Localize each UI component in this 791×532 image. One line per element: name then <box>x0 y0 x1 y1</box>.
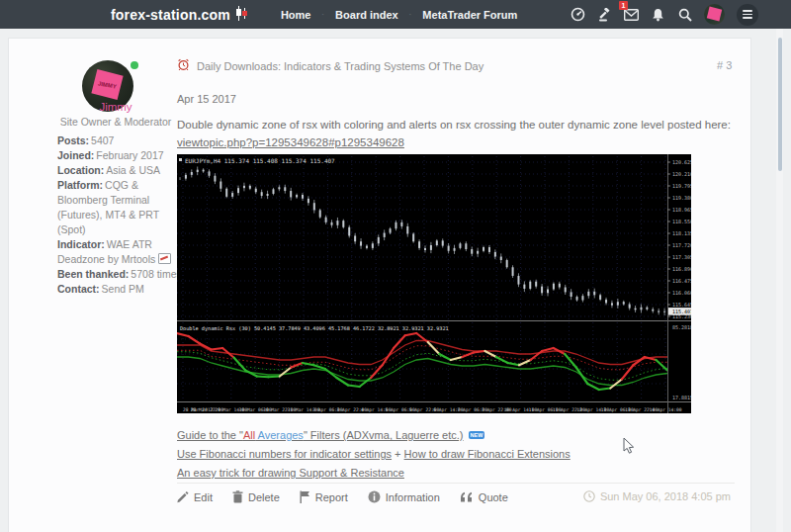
menu-icon[interactable] <box>737 4 758 26</box>
link-row-1: Guide to the "All Averages" Filters (ADX… <box>177 426 571 445</box>
post-number[interactable]: # 3 <box>717 59 732 71</box>
field-location: Location:Asia & USA <box>57 163 182 178</box>
post-date: Apr 15 2017 <box>177 93 236 105</box>
info-icon <box>368 490 381 503</box>
field-platform: Platform:CQG & Bloomberg Terminal (Futur… <box>57 178 182 237</box>
svg-text:116.060: 116.060 <box>672 290 691 296</box>
post-title-link[interactable]: Daily Downloads: Indicators & Trading Sy… <box>197 60 483 72</box>
user-avatar[interactable] <box>704 4 725 25</box>
post-card: JIMMY Jimmy Site Owner & Moderator Posts… <box>8 38 751 532</box>
field-thanked: Been thanked:5708 times <box>57 267 182 282</box>
svg-text:117.305: 117.305 <box>672 254 691 260</box>
field-contact: Contact:Send PM <box>57 282 182 297</box>
svg-text:14 Apr 14:00: 14 Apr 14:00 <box>649 407 681 412</box>
nav-item-home[interactable]: Home <box>270 9 322 21</box>
flag-icon <box>300 490 310 503</box>
username-link[interactable]: Jimmy <box>48 101 183 113</box>
online-status-dot <box>131 61 138 69</box>
link-row-2: Use Fibonacci numbers for indicator sett… <box>177 445 571 464</box>
svg-text:118.965: 118.965 <box>672 207 691 213</box>
send-pm-link[interactable]: Send PM <box>102 283 144 295</box>
post-body-text: Double dynamic zone of rsx with coloring… <box>177 119 731 131</box>
clock-icon <box>583 490 595 502</box>
site-logo-text: forex-station.com <box>111 7 230 23</box>
svg-text:Double dynamic Rsx (30) 50.414: Double dynamic Rsx (30) 50.4145 37.7849 … <box>180 325 449 332</box>
quote-icon <box>460 491 474 502</box>
post-header: Daily Downloads: Indicators & Trading Sy… <box>177 58 483 73</box>
svg-text:115.645: 115.645 <box>672 302 691 308</box>
chart-attachment[interactable]: EURJPYm,H4 115.374 115.408 115.374 115.4… <box>177 154 691 413</box>
avatar-note-text: JIMMY <box>98 80 118 89</box>
user-profile-fields: Posts:5407 Joined:February 2017 Location… <box>57 133 182 297</box>
nav-item-board-index[interactable]: Board index <box>324 9 409 21</box>
candlestick-logo-icon <box>235 6 248 24</box>
link-separator: + <box>392 448 404 460</box>
trash-icon <box>232 490 243 503</box>
svg-text:120.625: 120.625 <box>672 159 691 165</box>
field-joined: Joined:February 2017 <box>57 148 182 163</box>
link-fibonacci-extensions[interactable]: How to draw Fibonacci Extensions <box>404 448 571 460</box>
scrollbar-thumb[interactable] <box>778 38 782 171</box>
svg-text:119.795: 119.795 <box>672 183 691 189</box>
field-indicator: Indicator:WAE ATR Deadzone by Mrtools <box>57 237 182 267</box>
link-all-averages-guide[interactable]: Guide to the "All Averages" Filters (ADX… <box>177 429 464 441</box>
user-role: Site Owner & Moderator <box>37 116 195 128</box>
bell-icon[interactable] <box>651 7 665 22</box>
new-badge: NEW <box>469 431 485 439</box>
scrollbar-track[interactable] <box>776 29 783 532</box>
main-nav: Home · Board index · MetaTrader Forum <box>270 9 528 21</box>
svg-text:118.550: 118.550 <box>672 219 691 224</box>
link-fibonacci-numbers[interactable]: Use Fibonacci numbers for indicator sett… <box>177 448 392 460</box>
svg-text:118.135: 118.135 <box>672 230 691 236</box>
svg-text:119.380: 119.380 <box>672 195 691 201</box>
quote-button[interactable]: Quote <box>460 491 508 503</box>
alarm-clock-icon <box>177 58 190 73</box>
post-actions: Edit Delete Report Information <box>177 490 508 503</box>
mt4-chart-image[interactable]: EURJPYm,H4 115.374 115.408 115.374 115.4… <box>177 154 691 413</box>
mail-badge: 1 <box>619 1 628 10</box>
edit-button[interactable]: Edit <box>177 490 213 503</box>
svg-text:120.210: 120.210 <box>672 171 691 177</box>
svg-text:116.475: 116.475 <box>672 278 691 284</box>
link-support-resistance[interactable]: An easy trick for drawing Support & Resi… <box>177 467 404 479</box>
field-posts: Posts:5407 <box>57 133 182 148</box>
pencil-icon <box>177 490 189 503</box>
svg-text:117.720: 117.720 <box>672 242 691 248</box>
information-button[interactable]: Information <box>368 490 440 503</box>
post-timestamp: Sun May 06, 2018 4:05 pm <box>583 490 731 502</box>
svg-text:116.890: 116.890 <box>672 266 691 272</box>
chart-link-icon[interactable] <box>158 253 171 264</box>
gavel-icon[interactable] <box>597 7 612 22</box>
mail-icon[interactable]: 1 <box>624 7 639 22</box>
svg-text:EURJPYm,H4 115.374 115.408 115: EURJPYm,H4 115.374 115.408 115.374 115.4… <box>185 157 335 164</box>
top-navbar: forex-station.com Home · Board index · M… <box>0 0 791 29</box>
delete-button[interactable]: Delete <box>232 490 280 503</box>
viewtopic-link[interactable]: viewtopic.php?p=1295349628#p1295349628 <box>177 136 404 148</box>
site-logo[interactable]: forex-station.com <box>111 6 248 24</box>
svg-text:17.8815: 17.8815 <box>672 395 691 400</box>
link-row-3: An easy trick for drawing Support & Resi… <box>177 464 571 483</box>
nav-item-metatrader-forum[interactable]: MetaTrader Forum <box>411 9 528 21</box>
svg-text:115.407: 115.407 <box>672 309 691 314</box>
post-footer-divider <box>177 483 735 484</box>
report-button[interactable]: Report <box>300 490 348 503</box>
signature-links: Guide to the "All Averages" Filters (ADX… <box>177 426 571 483</box>
post-body: Double dynamic zone of rsx with coloring… <box>177 116 737 151</box>
mouse-cursor <box>623 438 637 460</box>
dashboard-icon[interactable] <box>571 7 585 22</box>
search-icon[interactable] <box>677 7 692 22</box>
svg-text:85.2818: 85.2818 <box>672 324 691 330</box>
navbar-tools: 1 <box>571 4 758 26</box>
